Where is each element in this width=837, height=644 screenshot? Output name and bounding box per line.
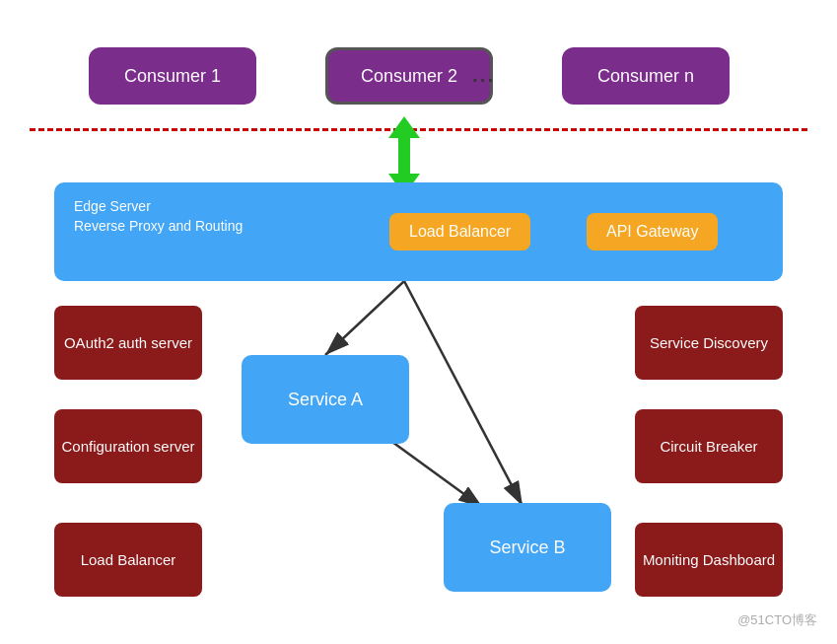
ellipsis: ... [471,57,494,89]
service-discovery-box: Service Discovery [635,306,783,380]
consumer-1-box: Consumer 1 [89,47,256,105]
svg-line-6 [404,281,523,506]
api-gateway-button[interactable]: API Gateway [587,213,718,250]
consumer-n-box: Consumer n [562,47,730,105]
oauth2-box: OAuth2 auth server [54,306,202,380]
service-b-box: Service B [444,503,611,592]
config-server-box: Configuration server [54,409,202,483]
circuit-breaker-box: Circuit Breaker [635,409,783,483]
consumer-2-box: Consumer 2 [325,47,493,105]
edge-server-title: Edge Server [74,197,243,217]
svg-marker-0 [388,116,420,138]
load-balancer-left-box: Load Balancer [54,523,202,597]
edge-server-subtitle: Reverse Proxy and Routing [74,217,243,237]
service-a-box: Service A [242,355,409,444]
diagram-canvas: Consumer 1 Consumer 2 Consumer n ... Edg… [0,0,837,644]
consumer-1-label: Consumer 1 [124,66,221,87]
consumer-n-label: Consumer n [597,66,694,87]
svg-line-4 [325,281,404,355]
load-balancer-button[interactable]: Load Balancer [389,213,530,250]
watermark: @51CTO博客 [737,611,817,629]
monitoring-dashboard-box: Moniting Dashboard [635,523,783,597]
edge-server-label: Edge Server Reverse Proxy and Routing [74,197,243,236]
edge-server-box: Edge Server Reverse Proxy and Routing Lo… [54,182,783,281]
svg-rect-2 [398,136,410,176]
consumer-2-label: Consumer 2 [361,66,457,87]
